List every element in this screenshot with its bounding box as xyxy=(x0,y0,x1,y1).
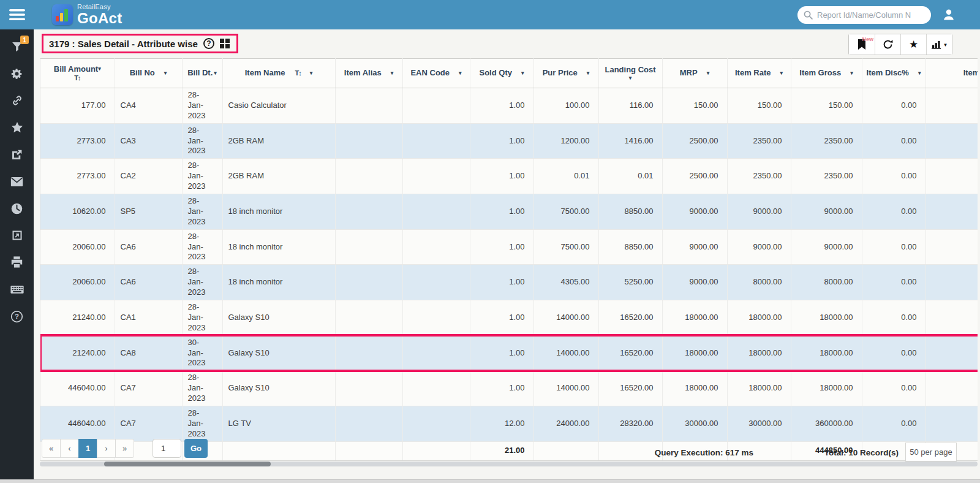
table-row[interactable]: 20060.00CA628-Jan-202318 inch monitor1.0… xyxy=(40,265,978,300)
horizontal-scrollbar-track[interactable] xyxy=(40,462,978,466)
column-header-ean-code[interactable]: EAN Code▾ xyxy=(402,59,470,88)
clock-icon xyxy=(10,202,23,215)
column-header-item-disc[interactable]: Item Disc%▾ xyxy=(862,59,925,88)
pagination-prev-button[interactable]: ‹ xyxy=(60,439,79,458)
column-header-sold-qty[interactable]: Sold Qty▾ xyxy=(470,59,533,88)
cell: 28-Jan-2023 xyxy=(182,265,222,300)
table-row[interactable]: 177.00CA428-Jan-2023Casio Calculator1.00… xyxy=(40,88,978,124)
main-content: 3179 : Sales Detail - Attribute wise ? N… xyxy=(34,29,980,479)
cell: 2773.00 xyxy=(40,159,115,194)
cell xyxy=(925,406,978,442)
pagination-last-button[interactable]: » xyxy=(115,439,134,458)
refresh-button[interactable] xyxy=(875,34,900,55)
total-cell xyxy=(598,441,662,460)
horizontal-scrollbar-thumb[interactable] xyxy=(104,462,271,466)
go-button[interactable]: Go xyxy=(184,439,208,458)
cell xyxy=(335,371,402,406)
cell: 360000.00 xyxy=(791,406,862,442)
sidebar-item-settings[interactable] xyxy=(0,60,34,87)
report-table-container: Bill Amount▾T↕Bill No▾Bill Dt.▾Item Name… xyxy=(40,58,978,461)
sidebar-item-export-window[interactable] xyxy=(0,222,34,249)
cell: 18000.00 xyxy=(791,335,862,371)
column-header-item-rate[interactable]: Item Rate▾ xyxy=(727,59,791,88)
cell: 28-Jan-2023 xyxy=(182,88,222,124)
cell: 12.00 xyxy=(470,406,533,442)
cell: CA8 xyxy=(115,335,182,371)
bookmark-button[interactable]: New xyxy=(849,34,875,55)
cell xyxy=(402,123,470,159)
sidebar-item-help[interactable]: ? xyxy=(0,303,34,330)
cell: 8850.00 xyxy=(598,194,662,230)
cell: 8000.00 xyxy=(727,265,791,300)
pagination-page-1-button[interactable]: 1 xyxy=(78,439,97,458)
per-page-select[interactable]: 50 per page xyxy=(905,443,957,462)
pagination-first-button[interactable]: « xyxy=(42,439,61,458)
cell: Casio Calculator xyxy=(222,88,335,124)
cell: 2350.00 xyxy=(791,159,862,194)
column-header-bill-no[interactable]: Bill No▾ xyxy=(115,59,182,88)
user-profile-icon[interactable] xyxy=(942,8,956,21)
cell: 0.00 xyxy=(862,88,925,124)
column-header-mrp[interactable]: MRP▾ xyxy=(662,59,727,88)
sidebar-item-link[interactable] xyxy=(0,87,34,114)
table-row[interactable]: 20060.00CA628-Jan-202318 inch monitor1.0… xyxy=(40,229,978,265)
column-label: Bill Amount xyxy=(54,64,98,74)
sort-caret-icon: ▾ xyxy=(391,70,394,77)
table-row[interactable]: 2773.00CA328-Jan-20232GB RAM1.001200.001… xyxy=(40,123,978,159)
sidebar-item-export[interactable] xyxy=(0,141,34,168)
sort-caret-icon: ▾ xyxy=(164,70,167,77)
cell: 0.00 xyxy=(862,159,925,194)
column-header-item[interactable]: Item xyxy=(925,59,978,88)
report-title-highlight-box: 3179 : Sales Detail - Attribute wise ? xyxy=(42,34,238,53)
total-cell xyxy=(402,441,470,460)
column-label: Item Alias xyxy=(344,68,382,78)
table-row[interactable]: 446040.00CA728-Jan-2023Galaxy S101.00140… xyxy=(40,371,978,406)
table-row[interactable]: 21240.00CA128-Jan-2023Galaxy S101.001400… xyxy=(40,300,978,336)
report-grid-icon[interactable] xyxy=(220,39,230,48)
cell: 16520.00 xyxy=(598,300,662,336)
favorite-button[interactable]: ★ xyxy=(900,34,926,55)
cell: CA3 xyxy=(115,123,182,159)
column-label: MRP xyxy=(680,68,698,78)
sidebar-item-mail[interactable] xyxy=(0,168,34,195)
column-header-bill-amount[interactable]: Bill Amount▾T↕ xyxy=(40,59,115,88)
search-input[interactable] xyxy=(797,6,931,24)
brand-logo-icon xyxy=(52,4,73,25)
left-sidebar: 1 xyxy=(0,29,34,479)
column-header-item-name[interactable]: Item NameT↕▾ xyxy=(222,59,335,88)
pagination-next-button[interactable]: › xyxy=(97,439,116,458)
cell: 7500.00 xyxy=(533,229,598,265)
report-help-icon[interactable]: ? xyxy=(203,38,214,49)
hamburger-icon xyxy=(9,9,25,21)
cell: 16520.00 xyxy=(598,371,662,406)
column-header-pur-price[interactable]: Pur Price▾ xyxy=(533,59,598,88)
help-icon: ? xyxy=(10,310,23,323)
cell: Galaxy S10 xyxy=(222,300,335,336)
cell xyxy=(402,265,470,300)
cell: 18000.00 xyxy=(727,335,791,371)
column-header-item-gross[interactable]: Item Gross▾ xyxy=(791,59,862,88)
column-header-bill-dt[interactable]: Bill Dt.▾ xyxy=(182,59,222,88)
column-label: Item Name xyxy=(245,68,285,78)
chart-view-button[interactable]: ▾ xyxy=(926,34,952,55)
cell xyxy=(402,229,470,265)
cell: 2350.00 xyxy=(727,123,791,159)
cell: 2773.00 xyxy=(40,123,115,159)
sidebar-item-filter[interactable]: 1 xyxy=(0,33,34,60)
column-label: Sold Qty xyxy=(480,68,512,78)
sidebar-item-print[interactable] xyxy=(0,249,34,276)
sidebar-item-keyboard[interactable] xyxy=(0,276,34,303)
hamburger-menu-button[interactable] xyxy=(0,0,34,29)
table-row-highlighted[interactable]: 21240.00CA830-Jan-2023Galaxy S101.001400… xyxy=(40,335,978,371)
table-row[interactable]: 10620.00SP528-Jan-202318 inch monitor1.0… xyxy=(40,194,978,230)
table-row[interactable]: 2773.00CA228-Jan-20232GB RAM1.000.010.01… xyxy=(40,159,978,194)
column-header-landing-cost[interactable]: Landing Cost▾ xyxy=(598,59,662,88)
page-number-input[interactable] xyxy=(153,439,181,458)
column-header-item-alias[interactable]: Item Alias▾ xyxy=(335,59,402,88)
cell: 28-Jan-2023 xyxy=(182,229,222,265)
export-window-icon xyxy=(11,229,23,242)
sidebar-item-history[interactable] xyxy=(0,195,34,222)
sidebar-item-favorites[interactable] xyxy=(0,114,34,141)
table-row[interactable]: 446040.00CA728-Jan-2023LG TV12.0024000.0… xyxy=(40,406,978,442)
cell: 2500.00 xyxy=(662,123,727,159)
